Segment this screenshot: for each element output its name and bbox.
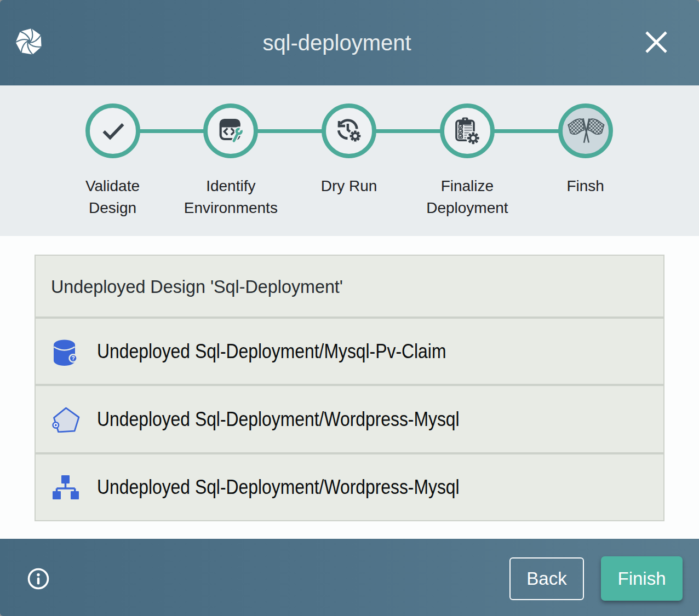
- svg-text:?: ?: [72, 355, 75, 361]
